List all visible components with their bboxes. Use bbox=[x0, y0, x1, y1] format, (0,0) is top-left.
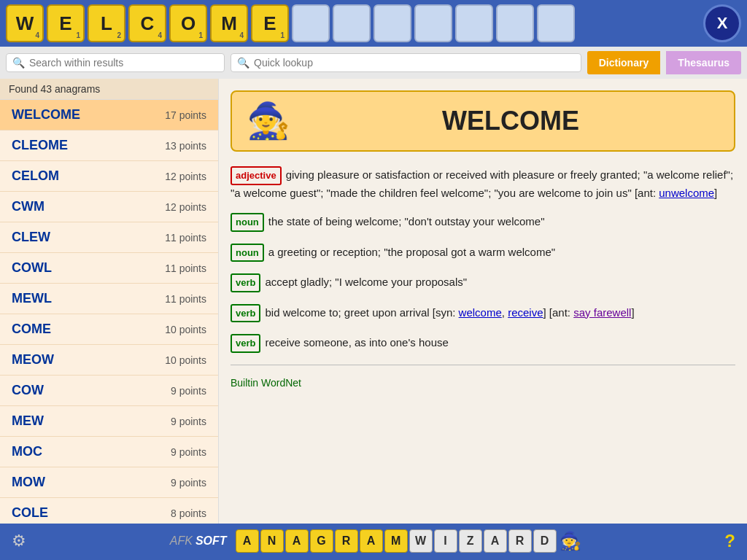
word-row[interactable]: CLEW11 points bbox=[0, 222, 218, 253]
logo-soft: SOFT bbox=[196, 534, 227, 548]
syn-link-welcome[interactable]: welcome bbox=[459, 306, 502, 319]
word-text: COLE bbox=[12, 505, 48, 521]
thesaurus-button[interactable]: Thesaurus bbox=[666, 51, 741, 74]
search-within-box[interactable]: 🔍 bbox=[6, 53, 225, 72]
word-text: CLEOME bbox=[12, 138, 68, 153]
footer-logo-tile-0: A bbox=[236, 529, 259, 553]
search-icon-center: 🔍 bbox=[237, 57, 249, 69]
word-row[interactable]: MEWL11 points bbox=[0, 284, 218, 314]
definition-line-3: verbaccept gladly; "I welcome your propo… bbox=[231, 273, 735, 292]
quick-lookup-box[interactable]: 🔍 bbox=[231, 53, 581, 72]
dictionary-button[interactable]: Dictionary bbox=[587, 51, 660, 74]
word-row[interactable]: CLEOME13 points bbox=[0, 131, 218, 161]
header-tile-8[interactable] bbox=[333, 4, 371, 42]
word-text: COME bbox=[12, 322, 51, 337]
logo-afk: AFK bbox=[170, 534, 193, 548]
word-row[interactable]: CELOM12 points bbox=[0, 161, 218, 192]
ant-link-unwelcome[interactable]: unwelcome bbox=[659, 187, 714, 199]
word-row[interactable]: MEW9 points bbox=[0, 406, 218, 437]
word-points: 9 points bbox=[171, 385, 206, 397]
header-tile-5[interactable]: M4 bbox=[210, 4, 248, 42]
word-row[interactable]: COME10 points bbox=[0, 314, 218, 345]
word-text: MOW bbox=[12, 475, 45, 490]
word-points: 11 points bbox=[165, 262, 206, 274]
word-text: CELOM bbox=[12, 168, 59, 184]
header-tile-7[interactable] bbox=[292, 4, 330, 42]
footer-logo-tile-11: R bbox=[508, 529, 532, 553]
word-title: WELCOME bbox=[302, 106, 719, 136]
pos-tag: noun bbox=[231, 244, 264, 262]
word-row[interactable]: COWL11 points bbox=[0, 253, 218, 284]
footer-logo-tile-8: I bbox=[434, 529, 457, 553]
close-button[interactable]: X bbox=[703, 4, 741, 42]
footer-logo-tile-1: N bbox=[260, 529, 284, 553]
header-tile-1[interactable]: E1 bbox=[47, 4, 85, 42]
footer-logo-tile-12: D bbox=[533, 529, 557, 553]
word-points: 9 points bbox=[171, 477, 206, 489]
word-row[interactable]: COW9 points bbox=[0, 376, 218, 406]
word-list: WELCOME17 pointsCLEOME13 pointsCELOM12 p… bbox=[0, 100, 218, 524]
left-panel: Found 43 anagrams WELCOME17 pointsCLEOME… bbox=[0, 79, 219, 524]
word-points: 12 points bbox=[165, 171, 206, 182]
word-points: 10 points bbox=[165, 354, 206, 366]
word-row[interactable]: COLE8 points bbox=[0, 498, 218, 524]
ant-link-say-farewell[interactable]: say farewell bbox=[573, 306, 631, 319]
help-button[interactable]: ? bbox=[724, 531, 735, 551]
footer-logo-tile-4: R bbox=[335, 529, 358, 553]
pos-tag: verb bbox=[231, 304, 260, 323]
word-text: MEW bbox=[12, 413, 44, 429]
footer-logo-tile-10: A bbox=[484, 529, 507, 553]
word-row[interactable]: MOC9 points bbox=[0, 437, 218, 467]
footer-logo-tile-2: A bbox=[285, 529, 309, 553]
definition-line-0: adjectivegiving pleasure or satisfaction… bbox=[231, 166, 735, 201]
definition-line-1: nounthe state of being welcome; "don't o… bbox=[231, 213, 735, 232]
word-points: 13 points bbox=[165, 140, 206, 152]
header-tile-0[interactable]: W4 bbox=[6, 4, 44, 42]
tile-row: W4E1L2C4O1M4E1 bbox=[6, 4, 575, 42]
gear-icon[interactable]: ⚙ bbox=[12, 532, 26, 551]
word-points: 8 points bbox=[171, 508, 206, 519]
header-tile-2[interactable]: L2 bbox=[88, 4, 125, 42]
word-text: WELCOME bbox=[12, 107, 80, 122]
word-points: 11 points bbox=[165, 232, 206, 244]
header-tile-9[interactable] bbox=[374, 4, 411, 42]
pos-tag: verb bbox=[231, 334, 260, 353]
word-text: COWL bbox=[12, 260, 52, 276]
word-row[interactable]: CWM12 points bbox=[0, 192, 218, 222]
footer-logo-tile-9: Z bbox=[459, 529, 482, 553]
footer-logo: AFK SOFT ANAGRAMWIZARD 🧙 bbox=[170, 529, 581, 553]
definition-line-4: verbbid welcome to; greet upon arrival [… bbox=[231, 304, 735, 323]
pos-tag: adjective bbox=[231, 166, 282, 185]
syn-link-receive[interactable]: receive bbox=[508, 306, 543, 319]
header-tile-11[interactable] bbox=[455, 4, 493, 42]
found-header: Found 43 anagrams bbox=[0, 79, 218, 100]
pos-tag: noun bbox=[231, 213, 264, 232]
word-row[interactable]: WELCOME17 points bbox=[0, 100, 218, 131]
word-points: 9 points bbox=[171, 446, 206, 458]
footer: ⚙ AFK SOFT ANAGRAMWIZARD 🧙 ? bbox=[0, 524, 747, 559]
word-text: CLEW bbox=[12, 230, 50, 245]
wordnet-label: Builtin WordNet bbox=[231, 377, 735, 389]
header-tile-3[interactable]: C4 bbox=[128, 4, 166, 42]
main-content: Found 43 anagrams WELCOME17 pointsCLEOME… bbox=[0, 79, 747, 524]
searchbar: 🔍 🔍 Dictionary Thesaurus bbox=[0, 47, 747, 79]
divider bbox=[231, 365, 735, 365]
footer-hat-icon: 🧙 bbox=[560, 531, 581, 551]
word-text: COW bbox=[12, 383, 44, 398]
word-text: MOC bbox=[12, 444, 42, 459]
header-tile-6[interactable]: E1 bbox=[251, 4, 289, 42]
header-tile-10[interactable] bbox=[414, 4, 452, 42]
header-tile-12[interactable] bbox=[496, 4, 534, 42]
search-within-input[interactable] bbox=[29, 57, 218, 69]
word-points: 11 points bbox=[165, 293, 206, 305]
header-tile-4[interactable]: O1 bbox=[169, 4, 207, 42]
word-row[interactable]: MOW9 points bbox=[0, 467, 218, 498]
header-tile-13[interactable] bbox=[537, 4, 575, 42]
quick-lookup-input[interactable] bbox=[254, 57, 575, 69]
word-row[interactable]: MEOW10 points bbox=[0, 345, 218, 376]
search-icon-left: 🔍 bbox=[12, 57, 25, 69]
word-points: 10 points bbox=[165, 324, 206, 335]
footer-logo-tile-7: W bbox=[409, 529, 433, 553]
word-text: MEWL bbox=[12, 291, 52, 306]
footer-logo-tile-6: M bbox=[384, 529, 408, 553]
